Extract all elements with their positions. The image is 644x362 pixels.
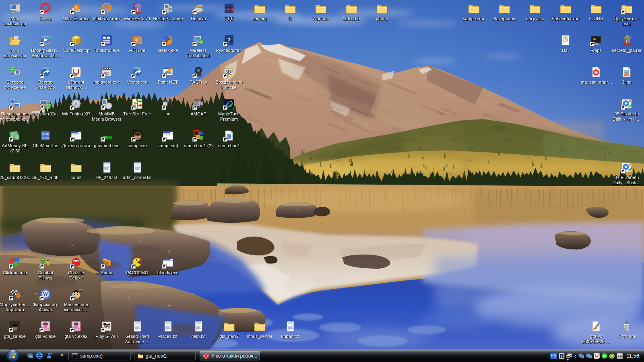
svg-text:1: 1	[108, 71, 110, 75]
svg-text:MAX: MAX	[42, 136, 49, 140]
svg-text:C:\: C:\	[72, 355, 77, 358]
svg-text:?: ?	[561, 354, 563, 358]
svg-text:@: @	[603, 354, 607, 358]
svg-text:e: e	[38, 354, 40, 358]
svg-text:99: 99	[593, 37, 597, 41]
svg-text:GTA: GTA	[103, 325, 107, 327]
svg-text:J: J	[200, 41, 202, 43]
svg-text:ПДД: ПДД	[225, 7, 233, 11]
svg-text:$: $	[14, 136, 16, 139]
svg-text:CHE: CHE	[42, 132, 50, 136]
svg-text:Microsoft: Microsoft	[194, 99, 203, 101]
svg-text:?: ?	[227, 37, 231, 44]
svg-text:MOD: MOD	[106, 132, 111, 134]
